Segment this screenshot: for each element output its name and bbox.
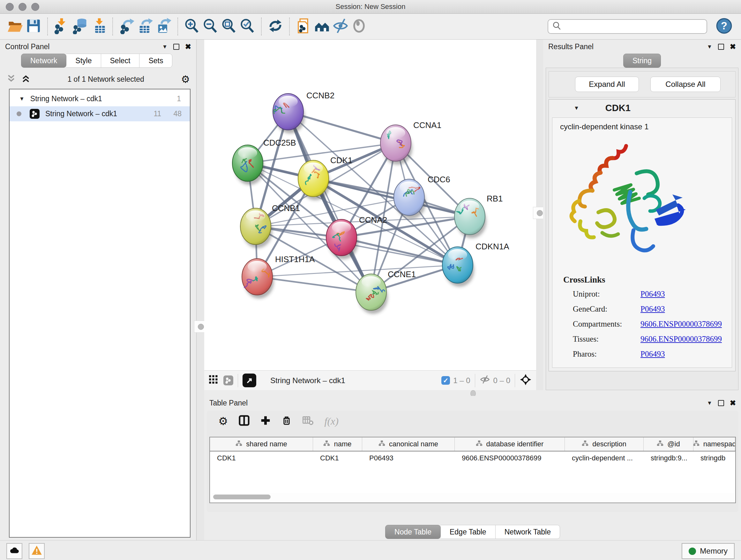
global-search-field[interactable] (548, 19, 707, 34)
save-session-button[interactable] (24, 17, 43, 36)
show-columns-icon[interactable] (239, 415, 250, 427)
window-minimize-button[interactable] (18, 3, 26, 11)
network-canvas[interactable]: CCNB2CCNA1CDC25BCDK1CDC6RB1CCNB1CCNA2CDK… (204, 40, 536, 370)
table-cell: CDK1 (313, 451, 362, 465)
panel-float-icon[interactable] (718, 44, 724, 50)
window-zoom-button[interactable] (31, 3, 39, 11)
detach-view-button[interactable] (243, 374, 256, 387)
column-header--id[interactable]: @id (644, 437, 693, 451)
node-CDKN1A[interactable]: CDKN1A (442, 242, 509, 287)
hide-panels-button[interactable] (331, 17, 350, 36)
node-CDK1[interactable]: CDK1 (298, 155, 352, 200)
node-table: shared namenamecanonical namedatabase id… (209, 437, 736, 503)
tab-sets[interactable]: Sets (139, 54, 172, 68)
tab-network-table[interactable]: Network Table (495, 525, 560, 539)
table-row[interactable]: CDK1CDK1P064939606.ENSP00000378699cyclin… (210, 451, 735, 465)
tab-edge-table[interactable]: Edge Table (441, 525, 495, 539)
right-splitter[interactable] (536, 40, 543, 390)
expand-all-button[interactable]: Expand All (575, 77, 639, 92)
network-row[interactable]: String Network – cdk1 11 48 (10, 106, 190, 121)
table-panel-tabs: Node Table Edge Table Network Table (204, 525, 741, 539)
export-image-button[interactable] (154, 17, 173, 36)
panel-close-icon[interactable]: ✖ (185, 43, 191, 51)
panel-menu-icon[interactable]: ▼ (162, 44, 167, 50)
window-close-button[interactable] (6, 3, 14, 11)
show-all-panels-button[interactable] (313, 17, 331, 36)
table-panel-splitter[interactable] (204, 390, 741, 396)
import-table-file-button[interactable] (89, 17, 108, 36)
node-CCNE1[interactable]: CCNE1 (356, 269, 416, 314)
tab-node-table[interactable]: Node Table (385, 525, 441, 539)
table-toolbar: ⚙ f(x) (207, 411, 738, 427)
panel-menu-icon[interactable]: ▼ (707, 44, 712, 50)
sitemap-icon (235, 440, 242, 449)
gene-section-header[interactable]: ▼ CDK1 (549, 100, 735, 116)
node-label-CDKN1A: CDKN1A (475, 242, 509, 251)
expand-all-networks-icon[interactable] (21, 74, 30, 84)
crosslink-link[interactable]: P06493 (641, 350, 665, 358)
left-splitter[interactable] (197, 40, 204, 540)
network-collection-row[interactable]: ▼ String Network – cdk1 1 (10, 91, 190, 106)
collapse-all-networks-icon[interactable] (6, 74, 16, 84)
eye-button[interactable] (350, 17, 368, 36)
crosslink-link[interactable]: P06493 (641, 305, 665, 313)
network-node-count: 11 (154, 110, 161, 118)
zoom-out-icon (202, 17, 219, 36)
tab-string[interactable]: String (623, 54, 661, 68)
tab-network[interactable]: Network (21, 54, 66, 68)
export-network-button[interactable] (118, 17, 136, 36)
help-button[interactable]: ? (715, 17, 733, 36)
share-clipboard-button[interactable] (294, 17, 313, 36)
open-session-button[interactable] (6, 17, 24, 36)
column-header-shared-name[interactable]: shared name (210, 437, 313, 451)
node-RB1[interactable]: RB1 (455, 194, 503, 238)
tab-select[interactable]: Select (101, 54, 140, 68)
refresh-button[interactable] (266, 17, 285, 36)
horizontal-scrollbar[interactable] (211, 493, 734, 501)
collection-expander-icon[interactable]: ▼ (19, 96, 24, 102)
scrollbar-thumb[interactable] (213, 495, 271, 499)
panel-close-icon[interactable]: ✖ (730, 399, 736, 407)
node-HIST1H1A[interactable]: HIST1H1A (242, 254, 315, 299)
zoom-in-button[interactable] (183, 17, 201, 36)
birdseye-toggle-icon[interactable] (520, 374, 532, 388)
crosslink-link[interactable]: 9606.ENSP00000378699 (641, 320, 722, 328)
import-network-database-button[interactable] (71, 17, 89, 36)
panel-close-icon[interactable]: ✖ (730, 43, 736, 51)
selected-checkbox-icon[interactable]: ✓ (441, 376, 450, 385)
node-CCNB1[interactable]: CCNB1 (240, 203, 300, 248)
warnings-button[interactable] (29, 543, 45, 559)
node-CCNB2[interactable]: CCNB2 (273, 91, 334, 133)
export-table-button[interactable] (136, 17, 154, 36)
node-CDC6[interactable]: CDC6 (394, 175, 450, 219)
collapse-all-button[interactable]: Collapse All (650, 77, 721, 92)
zoom-selected-button[interactable] (238, 17, 257, 36)
edge-HIST1H1A-CCNE1[interactable] (257, 277, 371, 292)
table-options-gear-icon[interactable]: ⚙ (218, 416, 228, 427)
panel-menu-icon[interactable]: ▼ (707, 400, 712, 406)
column-header-name[interactable]: name (313, 437, 362, 451)
zoom-fit-button[interactable] (219, 17, 238, 36)
delete-column-icon[interactable] (281, 415, 292, 427)
column-header-description[interactable]: description (565, 437, 644, 451)
column-header-database-identifier[interactable]: database identifier (455, 437, 565, 451)
cloud-button[interactable] (6, 543, 22, 559)
gene-expander-icon[interactable]: ▼ (574, 105, 579, 111)
create-column-icon[interactable] (260, 415, 271, 427)
column-header-namespac[interactable]: namespac (693, 437, 735, 451)
network-view-type-icon[interactable] (223, 375, 233, 385)
column-header-canonical-name[interactable]: canonical name (362, 437, 455, 451)
search-input[interactable] (562, 22, 703, 31)
network-options-gear-icon[interactable]: ⚙ (181, 74, 190, 84)
grid-view-icon[interactable] (209, 375, 218, 386)
import-network-icon (53, 17, 70, 36)
crosslink-link[interactable]: P06493 (641, 290, 665, 298)
import-network-file-button[interactable] (52, 17, 71, 36)
sitemap-icon (323, 440, 330, 449)
zoom-out-button[interactable] (201, 17, 219, 36)
panel-float-icon[interactable] (718, 400, 724, 406)
panel-float-icon[interactable] (173, 44, 179, 50)
crosslink-link[interactable]: 9606.ENSP00000378699 (641, 334, 722, 343)
tab-style[interactable]: Style (66, 54, 101, 68)
memory-button[interactable]: Memory (682, 543, 735, 559)
